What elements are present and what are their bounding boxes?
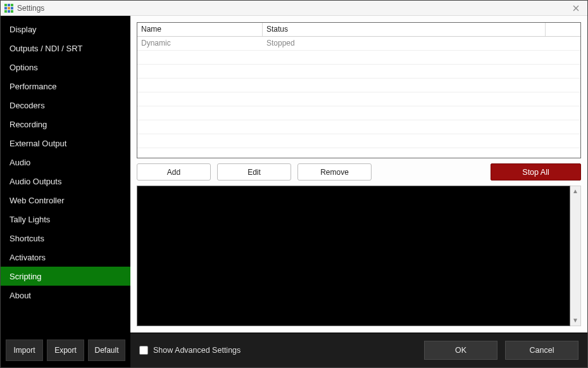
advanced-toggle[interactable]: Show Advanced Settings <box>139 346 241 355</box>
main-area: Name Status Dynamic Stopped <box>130 16 587 333</box>
ok-button[interactable]: OK <box>424 341 497 360</box>
sidebar-item-display[interactable]: Display <box>1 20 130 39</box>
table-row-empty <box>137 65 580 79</box>
add-button[interactable]: Add <box>137 163 211 181</box>
table-header: Name Status <box>137 23 580 37</box>
log-area: ▲ ▼ <box>137 186 581 326</box>
import-button[interactable]: Import <box>6 339 43 361</box>
table-row-empty <box>137 92 580 106</box>
sidebar-item-scripting[interactable]: Scripting <box>1 267 130 286</box>
cell-name: Dynamic <box>137 37 263 50</box>
window-title: Settings <box>17 4 568 13</box>
settings-window: Settings Display Outputs / NDI / SRT Opt… <box>0 0 588 368</box>
stop-all-button[interactable]: Stop All <box>491 163 581 181</box>
scrollbar[interactable]: ▲ ▼ <box>570 186 581 326</box>
cell-extra <box>546 37 580 50</box>
sidebar: Display Outputs / NDI / SRT Options Perf… <box>1 16 130 367</box>
export-button[interactable]: Export <box>47 339 84 361</box>
remove-button[interactable]: Remove <box>297 163 372 181</box>
column-header-extra <box>546 23 580 36</box>
body: Display Outputs / NDI / SRT Options Perf… <box>1 16 587 367</box>
table-row-empty <box>137 79 580 92</box>
table-row-empty <box>137 120 580 134</box>
sidebar-item-performance[interactable]: Performance <box>1 77 130 96</box>
sidebar-item-audio-outputs[interactable]: Audio Outputs <box>1 172 130 191</box>
scroll-up-icon[interactable]: ▲ <box>572 186 579 196</box>
sidebar-item-tally-lights[interactable]: Tally Lights <box>1 210 130 229</box>
sidebar-item-external-output[interactable]: External Output <box>1 134 130 153</box>
sidebar-item-activators[interactable]: Activators <box>1 248 130 267</box>
table-row-empty <box>137 106 580 120</box>
sidebar-button-row: Import Export Default <box>1 333 130 367</box>
sidebar-item-outputs[interactable]: Outputs / NDI / SRT <box>1 39 130 58</box>
sidebar-item-shortcuts[interactable]: Shortcuts <box>1 229 130 248</box>
sidebar-item-recording[interactable]: Recording <box>1 115 130 134</box>
table-body: Dynamic Stopped <box>137 37 580 158</box>
column-header-status[interactable]: Status <box>263 23 546 36</box>
table-row-empty <box>137 134 580 148</box>
sidebar-item-audio[interactable]: Audio <box>1 153 130 172</box>
sidebar-item-web-controller[interactable]: Web Controller <box>1 191 130 210</box>
cancel-button[interactable]: Cancel <box>505 341 579 360</box>
content: Name Status Dynamic Stopped <box>130 16 587 367</box>
scripts-table: Name Status Dynamic Stopped <box>137 22 581 158</box>
edit-button[interactable]: Edit <box>217 163 291 181</box>
sidebar-item-options[interactable]: Options <box>1 58 130 77</box>
spacer <box>378 163 484 181</box>
titlebar: Settings <box>1 1 587 16</box>
sidebar-item-decoders[interactable]: Decoders <box>1 96 130 115</box>
advanced-checkbox[interactable] <box>139 346 148 355</box>
scroll-down-icon[interactable]: ▼ <box>572 315 579 326</box>
log-output[interactable] <box>137 186 570 326</box>
advanced-label: Show Advanced Settings <box>153 346 241 355</box>
sidebar-item-about[interactable]: About <box>1 286 130 305</box>
table-actions: Add Edit Remove Stop All <box>137 163 581 181</box>
table-row[interactable]: Dynamic Stopped <box>137 37 580 51</box>
footer: Show Advanced Settings OK Cancel <box>130 333 587 367</box>
cell-status: Stopped <box>263 37 546 50</box>
default-button[interactable]: Default <box>88 339 125 361</box>
table-row-empty <box>137 51 580 65</box>
app-logo-icon <box>4 4 13 13</box>
sidebar-items: Display Outputs / NDI / SRT Options Perf… <box>1 20 130 333</box>
close-icon[interactable] <box>568 2 584 15</box>
column-header-name[interactable]: Name <box>137 23 263 36</box>
